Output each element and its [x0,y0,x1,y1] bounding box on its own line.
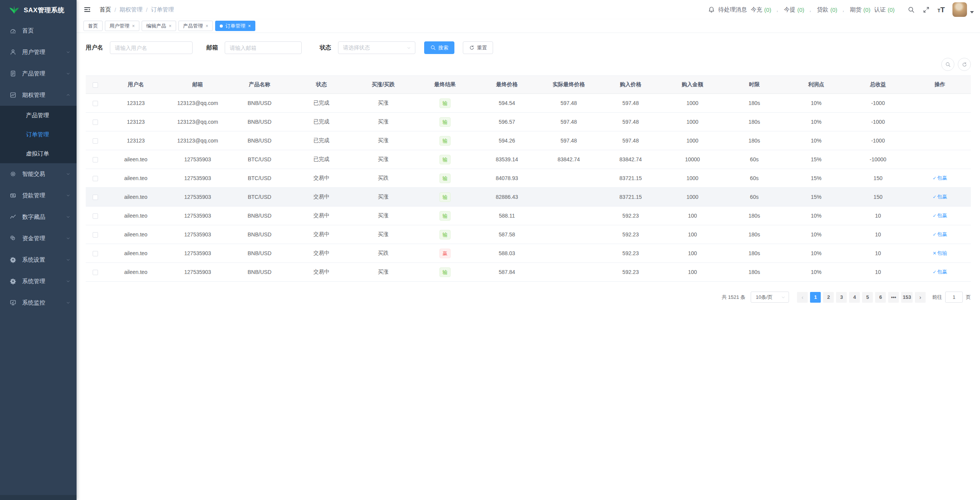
tab-item[interactable]: 用户管理× [105,21,139,31]
breadcrumb-item[interactable]: 订单管理 [151,6,174,13]
sidebar-item-2[interactable]: 用户管理 [0,41,77,63]
sidebar-item-1[interactable]: 首页 [0,20,77,41]
bell-icon[interactable] [708,6,715,13]
tab-close-icon[interactable]: × [206,24,208,28]
action-cell [909,113,971,131]
row-checkbox[interactable] [93,101,98,106]
chevron-up-icon [66,93,70,97]
status-select[interactable]: 请选择状态 [338,41,415,54]
column-header: 最终价格 [476,76,538,94]
tab-active[interactable]: 订单管理× [215,21,255,31]
reset-button[interactable]: 重置 [463,41,493,54]
action-link[interactable]: ✓包赢 [933,213,947,218]
tab-item[interactable]: 产品管理× [178,21,213,31]
sidebar-item-6[interactable]: 贷款管理 [0,185,77,206]
goto-page-input[interactable] [945,292,963,303]
row-checkbox[interactable] [93,270,98,275]
tab-close-icon[interactable]: × [169,24,172,28]
sidebar-item-3[interactable]: 产品管理 [0,63,77,84]
sidebar-item-4[interactable]: 期权管理 [0,84,77,106]
email-input[interactable] [225,41,302,54]
table-row: aileen.teo127535903BNB/USD交易中买涨输587.5859… [86,225,971,244]
prev-page-button[interactable]: ‹ [797,292,808,303]
action-cell [909,150,971,169]
row-checkbox[interactable] [93,138,98,144]
app-logo[interactable]: SAX管理系统 [0,0,77,20]
table-refresh-button[interactable] [958,58,971,71]
table-row: aileen.teo127535903BNB/USD交易中买跌赢588.0359… [86,244,971,263]
action-link[interactable]: ✓包赢 [933,231,947,237]
result-badge: 输 [439,267,451,277]
select-all-checkbox[interactable] [93,82,98,88]
table-row: 123123123123@qq.comBNB/USD已完成买涨输594.2659… [86,131,971,150]
row-checkbox[interactable] [93,232,98,238]
page-button[interactable]: 6 [875,292,886,303]
table-cell: aileen.teo [105,263,167,282]
table-cell: aileen.teo [105,188,167,207]
row-checkbox[interactable] [93,213,98,219]
page-button[interactable]: 1 [810,292,821,303]
action-link[interactable]: ✕包输 [933,250,947,256]
tab-close-icon[interactable]: × [248,24,251,28]
username-input[interactable] [110,41,193,54]
action-link[interactable]: ✓包赢 [933,194,947,200]
table-cell: 10% [785,263,847,282]
page-button[interactable]: 153 [901,292,913,303]
table-cell: 123123 [105,113,167,131]
sidebar-item-10[interactable]: 系统管理 [0,270,77,292]
page-size-select[interactable]: 10条/页 [751,292,789,303]
search-icon[interactable] [908,6,915,13]
sidebar-item-label: 数字藏品 [22,213,66,221]
page-button[interactable]: 4 [849,292,860,303]
result-cell: 输 [414,263,476,282]
table-cell: 597.48 [600,113,662,131]
table-cell: 592.23 [600,263,662,282]
page-button[interactable]: 2 [823,292,834,303]
tab-item[interactable]: 编辑产品× [142,21,176,31]
tab-item[interactable]: 首页 [83,21,103,31]
sidebar-collapse-icon[interactable] [83,6,91,13]
breadcrumb-item[interactable]: 期权管理 [119,6,142,13]
sidebar-item-11[interactable]: 系统监控 [0,292,77,313]
table-cell: 127535903 [167,150,229,169]
breadcrumb-item[interactable]: 首页 [100,6,111,13]
column-header: 邮箱 [167,76,229,94]
row-checkbox[interactable] [93,251,98,256]
font-size-icon[interactable]: TT [938,6,945,13]
page-button[interactable]: 5 [862,292,873,303]
table-cell: 1000 [662,113,724,131]
page-button[interactable]: 3 [836,292,847,303]
pagination-total: 共 1521 条 [722,294,745,301]
sidebar-item-8[interactable]: 资金管理 [0,228,77,249]
sidebar: SAX管理系统 首页 用户管理 产品管理 期权管理 产品管理订单管理虚拟订单 智… [0,0,77,500]
sidebar-item-9[interactable]: 系统设置 [0,249,77,270]
table-search-toggle-button[interactable] [941,58,954,71]
search-button[interactable]: 搜索 [424,41,454,54]
main-area: 首页/期权管理/订单管理 待处理消息今充(0)，今提(0)，贷款(0)，期货(0… [77,0,980,500]
table-cell: 180s [724,131,786,150]
table-cell: 交易中 [291,225,353,244]
sidebar-subitem[interactable]: 订单管理 [0,125,77,144]
user-menu-caret-icon[interactable] [970,11,974,13]
sidebar-item-label: 产品管理 [22,70,66,77]
sidebar-subitem[interactable]: 虚拟订单 [0,144,77,163]
user-avatar[interactable] [952,2,967,17]
row-checkbox[interactable] [93,176,98,181]
action-link[interactable]: ✓包赢 [933,175,947,181]
sidebar-item-5[interactable]: 智能交易 [0,163,77,185]
fullscreen-icon[interactable] [923,6,930,13]
page-ellipsis[interactable]: ••• [888,292,899,303]
row-checkbox[interactable] [93,120,98,125]
row-checkbox[interactable] [93,195,98,200]
sidebar-subitem[interactable]: 产品管理 [0,106,77,125]
table-cell: 127535903 [167,244,229,263]
row-checkbox[interactable] [93,157,98,162]
table-cell: 150 [847,188,909,207]
table-cell: BTC/USD [229,188,291,207]
action-link[interactable]: ✓包赢 [933,269,947,275]
tab-close-icon[interactable]: × [132,24,135,28]
sidebar-item-7[interactable]: 数字藏品 [0,206,77,228]
table-header-row: 用户名邮箱产品名称状态买涨/买跌最终结果最终价格实际最终价格购入价格购入金额时限… [86,76,971,94]
next-page-button[interactable]: › [915,292,926,303]
table-cell: 587.58 [476,225,538,244]
